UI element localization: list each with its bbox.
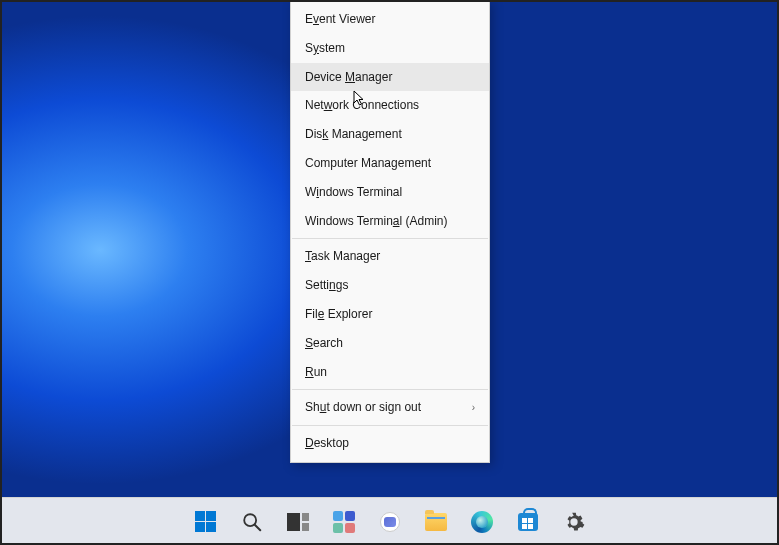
menu-separator [292, 389, 488, 390]
menu-item-label: System [305, 40, 345, 57]
menu-item-label: Settings [305, 277, 348, 294]
menu-item-event-viewer[interactable]: Event Viewer [291, 5, 489, 34]
gear-icon [562, 510, 586, 534]
menu-item-label: Run [305, 364, 327, 381]
menu-item-label: Network Connections [305, 97, 419, 114]
chat-icon [378, 510, 402, 534]
start-button[interactable] [186, 502, 226, 542]
menu-item-label: Event Viewer [305, 11, 376, 28]
menu-separator [292, 238, 488, 239]
menu-item-file-explorer[interactable]: File Explorer [291, 300, 489, 329]
menu-item-label: Desktop [305, 435, 349, 452]
menu-item-task-manager[interactable]: Task Manager [291, 242, 489, 271]
widgets-icon [332, 510, 356, 534]
menu-item-desktop[interactable]: Desktop [291, 429, 489, 458]
file-explorer-button[interactable] [416, 502, 456, 542]
search-icon [240, 510, 264, 534]
menu-item-windows-terminal-admin[interactable]: Windows Terminal (Admin) [291, 207, 489, 236]
menu-item-run[interactable]: Run [291, 358, 489, 387]
menu-item-network-connections[interactable]: Network Connections [291, 91, 489, 120]
settings-button[interactable] [554, 502, 594, 542]
menu-item-windows-terminal[interactable]: Windows Terminal [291, 178, 489, 207]
winx-context-menu: Event ViewerSystemDevice ManagerNetwork … [290, 0, 490, 463]
store-button[interactable] [508, 502, 548, 542]
menu-item-label: Windows Terminal [305, 184, 402, 201]
menu-item-shut-down-or-sign-out[interactable]: Shut down or sign out› [291, 393, 489, 422]
menu-separator [292, 425, 488, 426]
edge-icon [470, 510, 494, 534]
widgets-button[interactable] [324, 502, 364, 542]
chevron-right-icon: › [472, 401, 475, 415]
search-button[interactable] [232, 502, 272, 542]
menu-item-label: Computer Management [305, 155, 431, 172]
menu-item-label: File Explorer [305, 306, 372, 323]
store-icon [516, 510, 540, 534]
menu-item-label: Windows Terminal (Admin) [305, 213, 448, 230]
menu-item-label: Disk Management [305, 126, 402, 143]
menu-item-computer-management[interactable]: Computer Management [291, 149, 489, 178]
folder-icon [424, 510, 448, 534]
menu-item-label: Task Manager [305, 248, 380, 265]
menu-item-label: Shut down or sign out [305, 399, 421, 416]
menu-item-disk-management[interactable]: Disk Management [291, 120, 489, 149]
menu-item-label: Search [305, 335, 343, 352]
chat-button[interactable] [370, 502, 410, 542]
edge-button[interactable] [462, 502, 502, 542]
windows-start-icon [194, 510, 218, 534]
menu-item-system[interactable]: System [291, 34, 489, 63]
taskbar [0, 497, 779, 545]
menu-item-label: Device Manager [305, 69, 392, 86]
task-view-button[interactable] [278, 502, 318, 542]
svg-line-1 [254, 524, 260, 530]
menu-item-search[interactable]: Search [291, 329, 489, 358]
task-view-icon [286, 510, 310, 534]
menu-item-settings[interactable]: Settings [291, 271, 489, 300]
menu-item-device-manager[interactable]: Device Manager [291, 63, 489, 92]
